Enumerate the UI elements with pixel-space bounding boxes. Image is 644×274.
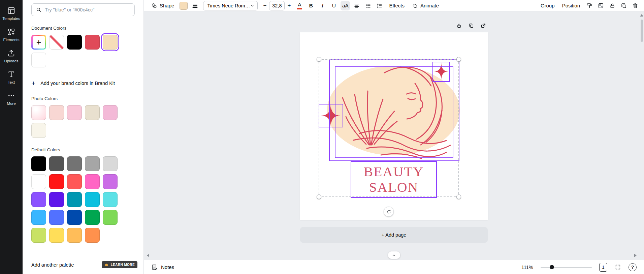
color-swatch[interactable] (85, 228, 100, 243)
resize-handle-bottom-right[interactable] (456, 194, 461, 199)
color-swatch[interactable] (67, 192, 82, 207)
position-button[interactable]: Position (559, 1, 583, 10)
font-family-select[interactable]: Times Neue Rom… (203, 1, 258, 10)
help-button[interactable]: ? (629, 263, 637, 271)
animate-button[interactable]: Animate (409, 1, 442, 10)
transparency-button[interactable] (596, 1, 606, 10)
delete-button[interactable] (631, 1, 640, 10)
color-swatch[interactable] (85, 192, 100, 207)
list-button[interactable] (363, 1, 373, 10)
resize-handle-bottom-left[interactable] (317, 194, 321, 199)
sidebar-item-templates[interactable]: Templates (0, 3, 23, 24)
effects-button[interactable]: Effects (386, 1, 407, 10)
lock-selection-button[interactable] (455, 21, 463, 30)
sidebar-item-more[interactable]: More (0, 88, 23, 109)
scroll-left-arrow[interactable] (147, 254, 149, 257)
add-another-palette-button[interactable]: Add another palette (31, 262, 74, 268)
move-out-button[interactable] (479, 21, 488, 30)
color-swatch[interactable] (85, 174, 100, 189)
notes-button[interactable]: Notes (151, 264, 174, 270)
animate-icon (412, 3, 418, 9)
text-color-button[interactable]: A (295, 1, 304, 10)
scroll-up-arrow[interactable] (640, 14, 643, 17)
shape-icon (151, 3, 157, 9)
color-swatch[interactable] (103, 156, 118, 171)
stroke-weight-button[interactable] (190, 1, 200, 10)
export-arrow-icon (481, 23, 486, 28)
color-swatch[interactable] (31, 105, 46, 120)
color-swatch[interactable] (31, 53, 46, 67)
color-swatch[interactable] (31, 174, 46, 189)
color-swatch[interactable] (31, 35, 46, 50)
scroll-right-arrow[interactable] (634, 254, 637, 257)
color-swatch[interactable] (85, 156, 100, 171)
font-size-value[interactable]: 32,8 (269, 1, 285, 10)
color-swatch[interactable] (49, 228, 64, 243)
color-swatch[interactable] (31, 123, 46, 138)
color-swatch[interactable] (49, 105, 64, 120)
color-swatch[interactable] (31, 156, 46, 171)
color-swatch[interactable] (67, 228, 82, 243)
color-swatch[interactable] (49, 210, 64, 225)
underline-button[interactable]: U (329, 1, 339, 10)
duplicate-button[interactable] (619, 1, 629, 10)
vertical-scroll-thumb[interactable] (641, 20, 643, 42)
sidebar-item-text[interactable]: Text (0, 66, 23, 88)
learn-more-badge[interactable]: LEARN MORE (102, 261, 137, 268)
color-swatch[interactable] (103, 192, 118, 207)
color-swatch[interactable] (49, 174, 64, 189)
color-search-input[interactable] (45, 7, 130, 12)
color-swatch[interactable] (31, 192, 46, 207)
color-swatch[interactable] (31, 210, 46, 225)
color-swatch[interactable] (67, 35, 82, 50)
add-brand-colors-button[interactable]: + Add your brand colors in Brand Kit (31, 80, 135, 87)
color-swatch[interactable] (49, 192, 64, 207)
text-align-button[interactable] (352, 1, 361, 10)
color-swatch[interactable] (67, 105, 82, 120)
vertical-scrollbar[interactable] (640, 11, 644, 260)
rotate-handle[interactable] (384, 207, 394, 217)
resize-handle-top-right[interactable] (456, 57, 461, 62)
sidebar-rail: Templates Elements Uploads Text More (0, 0, 23, 274)
font-size-decrease-button[interactable]: − (261, 1, 268, 10)
color-swatch[interactable] (31, 228, 46, 243)
letter-case-button[interactable]: aA (341, 1, 350, 10)
color-swatch[interactable] (103, 105, 118, 120)
italic-button[interactable]: I (318, 1, 327, 10)
color-swatch[interactable] (85, 105, 100, 120)
zoom-slider-knob[interactable] (550, 265, 554, 269)
shape-button[interactable]: Shape (149, 1, 177, 10)
default-color-swatches (31, 156, 135, 243)
color-swatch[interactable] (67, 210, 82, 225)
font-size-increase-button[interactable]: + (285, 1, 293, 10)
spacing-button[interactable] (375, 1, 384, 10)
color-swatch[interactable] (67, 156, 82, 171)
color-swatch[interactable] (67, 174, 82, 189)
bold-button[interactable]: B (306, 1, 316, 10)
lock-button[interactable] (608, 1, 617, 10)
fill-color-button[interactable] (180, 2, 188, 10)
upload-icon (7, 49, 15, 57)
page-count-button[interactable]: 1 (599, 263, 607, 272)
color-swatch[interactable] (85, 210, 100, 225)
add-page-button[interactable]: + Add page (300, 227, 488, 243)
color-swatch[interactable] (103, 174, 118, 189)
sidebar-item-label: Elements (3, 38, 20, 42)
sidebar-item-elements[interactable]: Elements (0, 24, 23, 45)
color-swatch[interactable] (85, 35, 100, 50)
copy-style-button[interactable] (585, 1, 594, 10)
color-swatch[interactable] (103, 35, 118, 50)
design-page[interactable]: BEAUTY SALON (300, 32, 488, 220)
fullscreen-button[interactable] (615, 264, 621, 270)
color-swatch[interactable] (49, 156, 64, 171)
color-swatch[interactable] (103, 210, 118, 225)
expand-panel-button[interactable] (388, 251, 400, 259)
resize-handle-top-left[interactable] (317, 57, 321, 62)
group-button[interactable]: Group (538, 1, 557, 10)
color-swatch[interactable] (49, 35, 64, 50)
duplicate-selection-button[interactable] (467, 21, 476, 30)
sidebar-item-uploads[interactable]: Uploads (0, 45, 23, 66)
chevron-up-icon (392, 253, 396, 257)
search-box (31, 3, 135, 16)
zoom-slider[interactable] (541, 264, 592, 271)
